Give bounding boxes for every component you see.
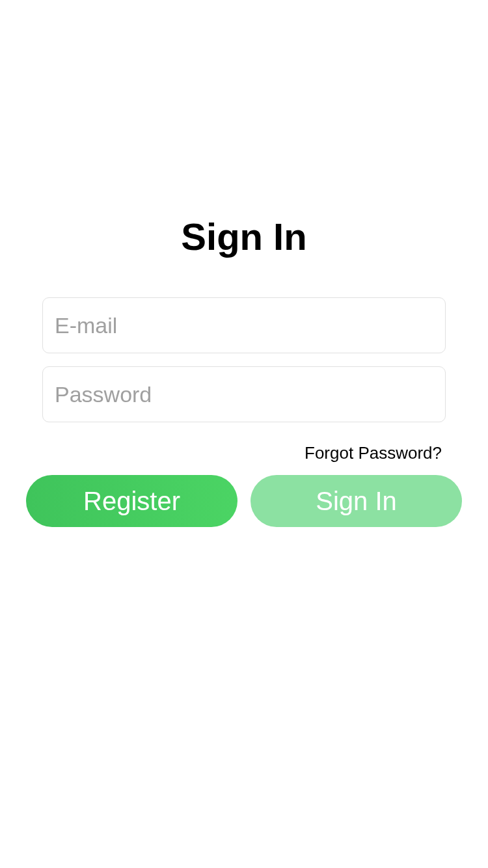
- signin-form: Forgot Password?: [42, 297, 446, 475]
- forgot-password-link[interactable]: Forgot Password?: [42, 443, 446, 463]
- register-button[interactable]: Register: [26, 475, 237, 527]
- email-field[interactable]: [42, 297, 446, 353]
- page-title: Sign In: [181, 215, 306, 258]
- button-row: Register Sign In: [26, 475, 462, 527]
- signin-button[interactable]: Sign In: [251, 475, 462, 527]
- password-field[interactable]: [42, 366, 446, 422]
